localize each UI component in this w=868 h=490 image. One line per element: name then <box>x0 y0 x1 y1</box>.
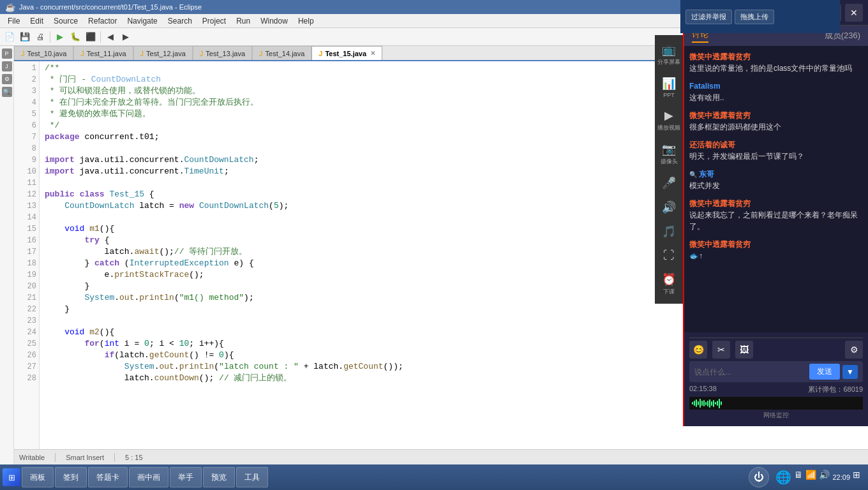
filter-report-button[interactable]: 过滤并举报 <box>685 10 732 24</box>
taskbar-system-icon-4[interactable]: 🔊 <box>819 470 830 485</box>
wave-bar <box>696 399 697 407</box>
back-button[interactable]: ◀ <box>103 30 117 44</box>
chat-user-4[interactable]: 东哥 <box>699 170 714 179</box>
tab-close-icon[interactable]: ✕ <box>370 50 375 57</box>
wave-bar <box>715 402 716 405</box>
tab-test10[interactable]: J Test_10.java <box>14 46 73 60</box>
taskbar-quiz-card[interactable]: 答题卡 <box>88 467 128 487</box>
status-separator <box>55 453 56 462</box>
menu-project[interactable]: Project <box>197 15 231 27</box>
chat-user-2[interactable]: 微笑中透露着贫穷 <box>689 111 751 120</box>
menu-source[interactable]: Source <box>49 15 83 27</box>
gutter-icon-2[interactable]: J <box>2 61 12 71</box>
panel-close-button[interactable]: ✕ <box>845 4 863 22</box>
ppt-button[interactable]: 📊 PPT <box>656 73 682 102</box>
menu-run[interactable]: Run <box>231 15 255 27</box>
scissors-button[interactable]: ✂ <box>712 341 730 359</box>
chat-user-0[interactable]: 微笑中透露着贫穷 <box>689 52 751 61</box>
gutter-icon-4[interactable]: 🔍 <box>2 87 12 97</box>
taskbar: ⊞ 画板 签到 答题卡 画中画 举手 预览 工具 ⏻ 🌐 🖥 📶 🔊 22:09… <box>0 464 868 490</box>
mute-button[interactable]: 🎤 <box>656 172 682 194</box>
tab-icon: J <box>259 50 263 57</box>
chat-user-6[interactable]: 微笑中透露着贫穷 <box>689 240 751 249</box>
taskbar-picture-in-picture[interactable]: 画中画 <box>129 467 168 487</box>
chat-message-1: Fatalism 这有啥用.. <box>689 80 863 103</box>
chat-input-area[interactable]: 发送 ▼ <box>689 361 863 382</box>
volume-button[interactable]: 🔊 <box>656 197 682 218</box>
chat-user-3[interactable]: 还活着的诚哥 <box>689 140 735 149</box>
music-icon: 🎵 <box>662 225 676 239</box>
tab-test12[interactable]: J Test_12.java <box>133 46 193 60</box>
video-play-button[interactable]: ▶ 播放视频 <box>656 105 682 136</box>
chat-text-4: 模式并发 <box>689 181 720 190</box>
status-position: 5 : 15 <box>125 454 143 461</box>
taskbar-drawing-board[interactable]: 画板 <box>22 467 54 487</box>
taskbar-system-icon-2[interactable]: 🖥 <box>794 470 803 485</box>
chat-message-5: 微笑中透露着贫穷 说起来我忘了，之前刚看过是哪个来着？老年痴呆了。 <box>689 198 863 232</box>
share-screen-button[interactable]: 📺 分享屏幕 <box>656 39 682 70</box>
tab-test15[interactable]: J Test_15.java ✕ <box>311 46 382 60</box>
video-play-label: 播放视频 <box>657 124 680 132</box>
forward-button[interactable]: ▶ <box>119 30 133 44</box>
power-button[interactable]: ⏻ <box>749 467 769 487</box>
taskbar-tools[interactable]: 工具 <box>236 467 268 487</box>
emoji-button[interactable]: 😊 <box>689 341 707 359</box>
print-button[interactable]: 🖨 <box>33 30 47 44</box>
camera-button[interactable]: 📷 摄像头 <box>656 138 682 170</box>
tab-icon: J <box>140 50 144 57</box>
start-button[interactable]: ⊞ <box>3 468 20 486</box>
settings-button[interactable]: ⚙ <box>845 341 863 359</box>
menu-file[interactable]: File <box>3 15 25 27</box>
taskbar-system-icon-3[interactable]: 📶 <box>805 470 816 485</box>
gutter-icon-3[interactable]: ⚙ <box>2 74 12 84</box>
fullscreen-button[interactable]: ⛶ <box>656 245 682 266</box>
image-button[interactable]: 🖼 <box>735 341 753 359</box>
music-button[interactable]: 🎵 <box>656 221 682 242</box>
taskbar-windows-icon[interactable]: ⊞ <box>853 470 860 485</box>
new-button[interactable]: 📄 <box>3 30 17 44</box>
chat-message-6: 微笑中透露着贫穷 🐟↑ <box>689 239 863 262</box>
gutter-icon-1[interactable]: P <box>2 48 12 59</box>
taskbar-raise-hand[interactable]: 举手 <box>170 467 202 487</box>
menu-navigate[interactable]: Navigate <box>122 15 162 27</box>
chat-messages[interactable]: 微笑中透露着贫穷 这里说的常量池，指的是class文件中的常量池吗 Fatali… <box>684 46 868 332</box>
drag-upload-button[interactable]: 拖拽上传 <box>735 10 774 24</box>
taskbar-preview[interactable]: 预览 <box>203 467 235 487</box>
wave-bar <box>694 401 695 406</box>
chat-user-5[interactable]: 微笑中透露着贫穷 <box>689 199 751 208</box>
wave-bar <box>717 401 718 406</box>
debug-button[interactable]: 🐛 <box>68 30 82 44</box>
taskbar-checkin[interactable]: 签到 <box>55 467 87 487</box>
tab-icon: J <box>200 50 204 57</box>
menu-edit[interactable]: Edit <box>25 15 49 27</box>
send-button[interactable]: 发送 <box>809 364 840 380</box>
taskbar-clock: 22:09 <box>832 470 850 485</box>
menu-refactor[interactable]: Refactor <box>83 15 122 27</box>
wave-bar <box>721 401 722 405</box>
video-time-area: 02:15:38 累计弹包：68019 <box>689 382 863 397</box>
toolbar-separator <box>50 31 50 43</box>
send-more-button[interactable]: ▼ <box>842 365 858 379</box>
save-button[interactable]: 💾 <box>18 30 32 44</box>
tab-test14[interactable]: J Test_14.java <box>252 46 311 60</box>
menu-search[interactable]: Search <box>163 15 197 27</box>
line-numbers: 1 2 3 4 5 6 7 8 9 10 11 12 13 14 15 16 1… <box>14 61 40 449</box>
wave-bar <box>692 402 693 405</box>
chat-input-field[interactable] <box>694 368 807 376</box>
stop-button[interactable]: ⬛ <box>84 30 98 44</box>
menu-window[interactable]: Window <box>255 15 293 27</box>
tab-icon: J <box>318 50 322 57</box>
end-class-button[interactable]: ⏰ 下课 <box>656 269 682 300</box>
app-icon: ☕ <box>5 3 15 12</box>
main-area: P J ⚙ 🔍 J Test_10.java J Test_11.java J … <box>0 46 868 464</box>
video-elapsed-time: 02:15:38 <box>689 385 717 394</box>
menu-help[interactable]: Help <box>293 15 319 27</box>
tab-test13[interactable]: J Test_13.java <box>193 46 252 60</box>
chat-user-1[interactable]: Fatalism <box>689 82 721 91</box>
video-stats: 累计弹包：68019 <box>808 385 863 394</box>
wave-bar <box>711 401 712 406</box>
run-button[interactable]: ▶ <box>53 30 67 44</box>
tab-test11[interactable]: J Test_11.java <box>73 46 133 60</box>
taskbar-system-icon-1[interactable]: 🌐 <box>775 470 791 485</box>
waveform <box>689 397 863 410</box>
